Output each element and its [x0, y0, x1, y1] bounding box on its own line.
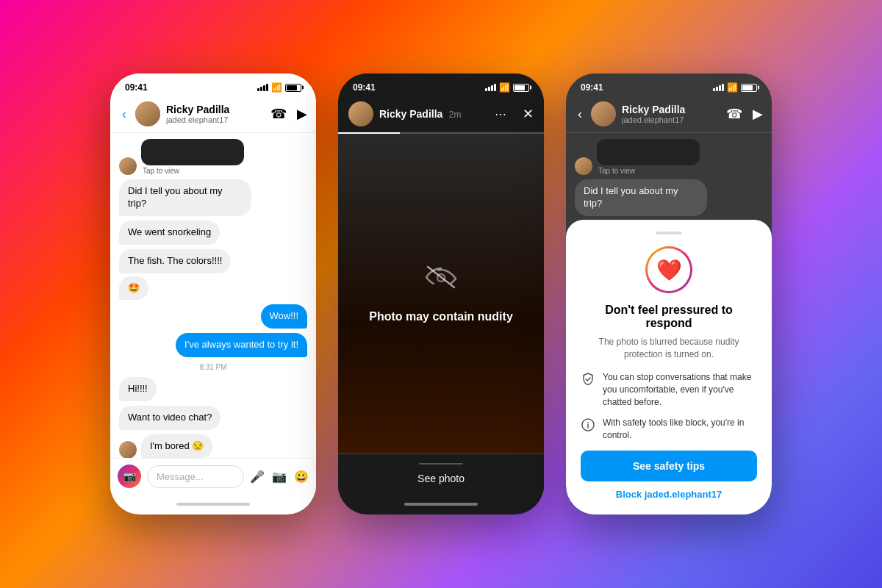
video-icon-right[interactable]: ▶: [753, 106, 763, 122]
shield-check-icon: [581, 372, 595, 390]
contact-name-left: Ricky Padilla: [166, 104, 265, 115]
story-time: 2m: [449, 110, 462, 120]
avatar-small: [119, 441, 137, 458]
wifi-icon: 📶: [271, 82, 282, 93]
call-icon-left[interactable]: ☎: [270, 106, 287, 122]
camera-button[interactable]: 📷: [118, 465, 141, 488]
status-icons-left: 📶: [257, 82, 301, 93]
call-icon-right[interactable]: ☎: [726, 106, 742, 122]
message-bubble: Did I tell you about my trip?: [119, 179, 251, 216]
table-row: I'm bored 😒: [119, 434, 307, 458]
message-bubble: I'm bored 😒: [141, 434, 212, 458]
signal-icon: [257, 84, 268, 91]
messages-area-left: Tap to view Did I tell you about my trip…: [110, 133, 316, 458]
time-middle: 09:41: [353, 82, 376, 93]
message-bubble-emoji: 🤩: [119, 276, 148, 301]
message-bubble-sent: I've always wanted to try it!: [176, 333, 307, 357]
back-button-right[interactable]: ‹: [575, 107, 585, 122]
avatar-small: [119, 157, 137, 175]
message-bubble: Want to video chat?: [119, 406, 220, 430]
input-icons: 🎤 📷 😀: [250, 470, 309, 484]
safety-heart-icon: ❤️: [645, 246, 692, 293]
status-bar-right: 09:41 📶: [566, 74, 772, 96]
table-row: Tap to view: [119, 139, 307, 175]
heart-emoji: ❤️: [656, 258, 682, 282]
table-row: Hi!!!!: [119, 377, 307, 401]
safety-item-1: You can stop conversations that make you…: [581, 371, 757, 408]
wifi-icon-mid: 📶: [499, 82, 510, 93]
header-actions-right: ☎ ▶: [726, 106, 763, 122]
message-bubble-sent: Wow!!!: [261, 304, 308, 329]
table-row: Wow!!!: [119, 304, 307, 329]
table-row: We went snorkeling: [119, 220, 307, 245]
info-circle-icon: [581, 417, 595, 436]
safety-item-text-1: You can stop conversations that make you…: [603, 371, 757, 408]
chat-header-right: ‹ Ricky Padilla jaded.elephant17 ☎ ▶: [566, 96, 772, 133]
see-safety-tips-button[interactable]: See safety tips: [581, 451, 757, 481]
message-input-left[interactable]: Message...: [147, 465, 244, 488]
block-user-link[interactable]: Block jaded.elephant17: [581, 489, 757, 500]
time-left: 09:41: [125, 82, 148, 93]
microphone-icon[interactable]: 🎤: [250, 470, 265, 484]
back-button-left[interactable]: ‹: [119, 107, 129, 122]
message-bubble: The fish. The colors!!!!: [119, 249, 231, 273]
table-row: Did I tell you about my trip?: [119, 179, 307, 216]
wifi-icon-right: 📶: [727, 82, 738, 93]
svg-point-3: [587, 422, 589, 423]
progress-bar-track: [338, 132, 544, 134]
message-bubble: We went snorkeling: [119, 220, 220, 245]
safety-item-text-2: With safety tools like block, you're in …: [603, 417, 757, 442]
phone-right: 09:41 📶 ‹ Ricky Padilla: [566, 74, 772, 514]
safety-item-2: With safety tools like block, you're in …: [581, 417, 757, 442]
blurred-message[interactable]: [141, 139, 244, 165]
contact-username-right: jaded.elephant17: [622, 115, 720, 124]
status-icons-middle: 📶: [485, 82, 529, 93]
gallery-icon[interactable]: 📷: [272, 470, 287, 484]
table-row: I've always wanted to try it!: [119, 333, 307, 357]
timestamp: 8:31 PM: [119, 363, 307, 371]
home-bar-mid: [404, 503, 478, 506]
blurred-message-right[interactable]: [597, 139, 700, 165]
table-row: The fish. The colors!!!! 🤩: [119, 249, 307, 301]
see-photo-bar: See photo: [338, 453, 544, 494]
tap-to-view-label-right: Tap to view: [597, 167, 700, 175]
contact-name-right: Ricky Padilla: [622, 104, 720, 115]
contact-name-middle: Ricky Padilla: [379, 108, 442, 120]
battery-icon: [285, 84, 301, 92]
message-bubble: Hi!!!!: [119, 377, 157, 401]
safety-modal: ❤️ Don't feel pressured to respond The p…: [566, 220, 772, 514]
phone-left: 09:41 📶 ‹ Ricky Padilla: [110, 74, 316, 514]
status-bar-middle: 09:41 📶: [338, 74, 544, 96]
tap-to-view-label: Tap to view: [141, 167, 244, 175]
nudity-warning-content: Photo may contain nudity: [354, 248, 528, 338]
home-indicator-left: [110, 494, 316, 514]
close-icon-middle[interactable]: ✕: [523, 106, 534, 122]
table-row: Did I tell you about my trip?: [575, 179, 763, 216]
header-actions-left: ☎ ▶: [270, 106, 307, 122]
eye-slash-icon: [369, 262, 513, 298]
nudity-warning-text: Photo may contain nudity: [369, 310, 513, 323]
sticker-icon[interactable]: 😀: [294, 470, 309, 484]
input-bar-left: 📷 Message... 🎤 📷 😀: [110, 458, 316, 494]
battery-icon-mid: [513, 84, 529, 92]
status-icons-right: 📶: [713, 82, 757, 93]
avatar-small-right: [575, 157, 592, 175]
time-right: 09:41: [581, 82, 603, 93]
table-row: Want to video chat?: [119, 406, 307, 430]
video-icon-left[interactable]: ▶: [297, 106, 307, 122]
divider: [419, 463, 463, 465]
nudity-warning-area: Photo may contain nudity: [338, 132, 544, 453]
status-bar-left: 09:41 📶: [110, 74, 316, 96]
signal-icon-mid: [485, 84, 496, 91]
chat-header-left: ‹ Ricky Padilla jaded.elephant17 ☎ ▶: [110, 96, 316, 133]
header-info-left: Ricky Padilla jaded.elephant17: [166, 104, 265, 124]
modal-title: Don't feel pressured to respond: [581, 304, 757, 330]
more-icon-middle[interactable]: ⋯: [495, 107, 508, 121]
phone-middle: 09:41 📶 Ricky Padilla 2m ⋯: [338, 74, 544, 514]
avatar-right: [591, 101, 616, 126]
avatar-left: [135, 101, 160, 126]
see-photo-button[interactable]: See photo: [417, 473, 465, 484]
modal-handle: [656, 232, 682, 234]
home-indicator-middle: [338, 494, 544, 514]
progress-bar-fill: [338, 132, 400, 134]
